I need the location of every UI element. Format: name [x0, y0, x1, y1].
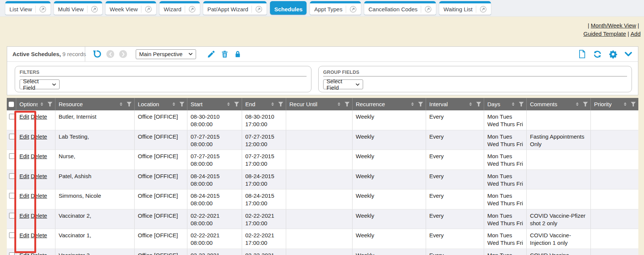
- days-cell: Mon Tues Wed Thurs Fri: [484, 249, 526, 255]
- tab-list-view[interactable]: List View: [5, 1, 51, 15]
- nav-back-button[interactable]: [106, 50, 114, 58]
- row-checkbox[interactable]: [9, 173, 15, 179]
- edit-link[interactable]: Edit: [20, 173, 29, 179]
- settings-button[interactable]: [609, 50, 618, 59]
- tab-cancellation-codes[interactable]: Cancellation Codes: [364, 1, 436, 15]
- lock-perspective-button[interactable]: [234, 50, 242, 58]
- delete-link[interactable]: Delete: [31, 153, 47, 159]
- column-header-options[interactable]: Options: [16, 98, 55, 110]
- delete-link[interactable]: Delete: [31, 173, 47, 179]
- column-header-end[interactable]: End: [242, 98, 286, 110]
- tab-waiting-list[interactable]: Waiting List: [439, 1, 491, 15]
- sort-icon[interactable]: [336, 102, 342, 107]
- add-link[interactable]: Add: [630, 31, 641, 37]
- days-cell: Mon Tues Wed Thurs Fri: [484, 169, 526, 189]
- tab-week-view[interactable]: Week View: [106, 1, 156, 15]
- sort-icon[interactable]: [511, 102, 516, 107]
- column-header-recurrence[interactable]: Recurrence: [352, 98, 426, 110]
- row-checkbox[interactable]: [9, 134, 15, 139]
- filter-funnel-icon[interactable]: [278, 102, 284, 107]
- start-cell: 02-22-2021 08:00:00: [187, 229, 242, 249]
- sort-icon[interactable]: [171, 102, 176, 107]
- tab-launch-button[interactable]: [185, 6, 196, 13]
- column-header-start[interactable]: Start: [187, 98, 242, 110]
- row-checkbox[interactable]: [9, 153, 15, 159]
- sort-icon[interactable]: [575, 102, 580, 107]
- tab-pat-appt-wizard[interactable]: Pat/Appt Wizard: [203, 1, 267, 15]
- comments-cell: COVID Vaccine-Injection 1 only: [526, 229, 590, 249]
- row-checkbox[interactable]: [9, 213, 15, 218]
- location-cell: Office [OFFICE]: [134, 209, 187, 229]
- edit-link[interactable]: Edit: [20, 113, 29, 120]
- filter-funnel-icon[interactable]: [518, 102, 524, 107]
- column-header-recur-until[interactable]: Recur Until: [286, 98, 352, 110]
- perspective-select[interactable]: Main Perspective: [136, 49, 196, 59]
- tab-appt-types[interactable]: Appt Types: [310, 1, 361, 15]
- row-checkbox[interactable]: [9, 114, 15, 119]
- month-week-view-link[interactable]: Month/Week View: [591, 22, 636, 29]
- filter-funnel-icon[interactable]: [179, 102, 185, 107]
- column-header-location[interactable]: Location: [134, 98, 187, 110]
- column-header-days[interactable]: Days: [484, 98, 526, 110]
- row-checkbox[interactable]: [9, 232, 15, 238]
- sort-icon[interactable]: [39, 102, 44, 107]
- delete-link[interactable]: Delete: [31, 212, 47, 219]
- tab-launch-button[interactable]: [141, 6, 152, 13]
- tab-launch-button[interactable]: [346, 6, 357, 13]
- column-header-priority[interactable]: Priority: [590, 98, 638, 110]
- edit-link[interactable]: Edit: [20, 133, 29, 140]
- tab-multi-view[interactable]: Multi View: [54, 1, 102, 15]
- delete-link[interactable]: Delete: [31, 252, 47, 255]
- filter-funnel-icon[interactable]: [583, 102, 588, 107]
- tab-launch-button[interactable]: [421, 6, 432, 13]
- sort-icon[interactable]: [410, 102, 415, 107]
- lock-icon: [234, 50, 242, 58]
- filter-funnel-icon[interactable]: [418, 102, 423, 107]
- filters-field-select[interactable]: Select Field: [20, 79, 60, 89]
- collapse-panel-button[interactable]: [624, 50, 633, 58]
- tab-wizard[interactable]: Wizard: [159, 1, 200, 15]
- tab-launch-button[interactable]: [251, 6, 262, 13]
- collapse-chevron-icon: [624, 50, 633, 58]
- guided-template-link[interactable]: Guided Template: [583, 31, 626, 37]
- edit-link[interactable]: Edit: [20, 192, 29, 199]
- delete-link[interactable]: Delete: [31, 232, 47, 238]
- filter-funnel-icon[interactable]: [630, 102, 636, 107]
- sort-icon[interactable]: [118, 102, 124, 107]
- delete-link[interactable]: Delete: [31, 192, 47, 199]
- new-document-button[interactable]: [578, 49, 586, 59]
- filter-funnel-icon[interactable]: [234, 102, 239, 107]
- sort-icon[interactable]: [226, 102, 231, 107]
- row-checkbox[interactable]: [9, 252, 15, 255]
- tab-launch-button[interactable]: [87, 6, 98, 13]
- column-header-resource[interactable]: Resource: [55, 98, 134, 110]
- row-checkbox[interactable]: [9, 193, 15, 199]
- group-fields-select[interactable]: Select Field: [323, 79, 363, 89]
- select-all-checkbox[interactable]: [9, 102, 14, 107]
- nav-forward-button[interactable]: [119, 50, 127, 58]
- edit-link[interactable]: Edit: [20, 153, 29, 159]
- sort-icon[interactable]: [270, 102, 275, 107]
- edit-link[interactable]: Edit: [20, 232, 29, 238]
- filter-funnel-icon[interactable]: [476, 102, 481, 107]
- delete-perspective-button[interactable]: [221, 50, 229, 58]
- tab-launch-button[interactable]: [476, 6, 487, 13]
- filter-funnel-icon[interactable]: [126, 102, 132, 107]
- edit-perspective-button[interactable]: [207, 50, 216, 58]
- column-header-comments[interactable]: Comments: [526, 98, 590, 110]
- sort-icon[interactable]: [468, 102, 473, 107]
- column-header-interval[interactable]: Interval: [426, 98, 484, 110]
- edit-link[interactable]: Edit: [20, 252, 29, 255]
- refresh-button[interactable]: [593, 50, 602, 59]
- table-row: Edit Delete Lab Testing, Office [OFFICE]…: [7, 130, 638, 150]
- tab-launch-button[interactable]: [35, 6, 46, 13]
- edit-link[interactable]: Edit: [20, 212, 29, 219]
- delete-link[interactable]: Delete: [31, 133, 47, 140]
- filter-funnel-icon[interactable]: [344, 102, 350, 107]
- filter-funnel-icon[interactable]: [47, 102, 53, 107]
- sort-icon[interactable]: [623, 102, 628, 107]
- undo-button[interactable]: [92, 49, 101, 59]
- tab-schedules[interactable]: Schedules: [270, 1, 307, 15]
- options-cell: Edit Delete: [16, 189, 55, 209]
- delete-link[interactable]: Delete: [31, 113, 47, 120]
